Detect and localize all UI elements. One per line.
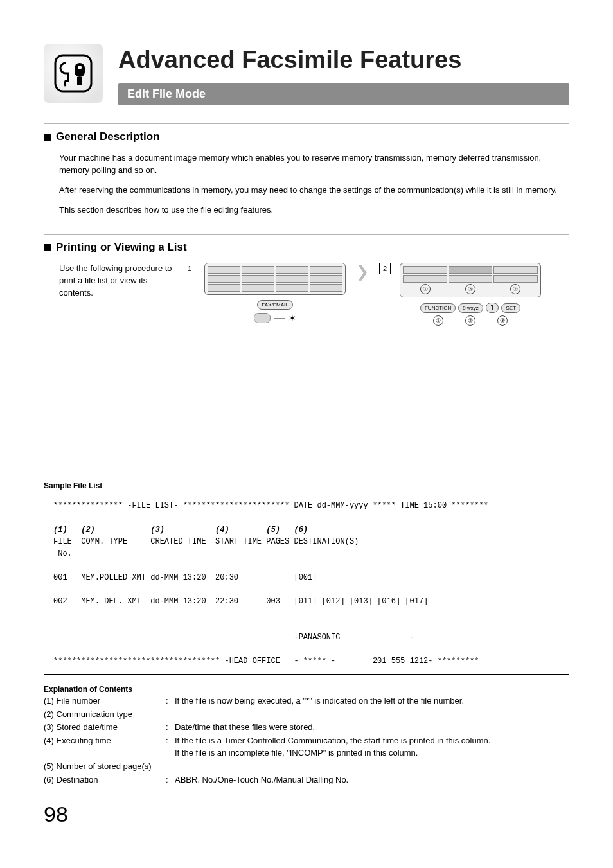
set-tag: SET [501, 303, 520, 313]
section-icon [44, 44, 103, 103]
procedure-row: Use the following procedure to print a f… [59, 263, 569, 326]
function-tag: FUNCTION [420, 303, 456, 313]
sample-row: 002 MEM. DEF. XMT dd-MMM 13:20 22:30 003… [53, 597, 428, 606]
explain-label: (3) Stored date/time [44, 722, 166, 734]
explain-desc [175, 709, 569, 721]
explain-row: (5) Number of stored page(s) [44, 761, 569, 773]
paragraph: Your machine has a document image memory… [59, 152, 569, 177]
step-number-1: 1 [184, 263, 195, 274]
svg-rect-3 [77, 77, 82, 85]
colon: : [166, 774, 175, 786]
colon: : [166, 722, 175, 734]
explain-desc: ABBR. No./One-Touch No./Manual Dialling … [175, 774, 569, 786]
explain-label: (6) Destination [44, 774, 166, 786]
callout-3-icon: ③ [497, 315, 508, 326]
chapter-title: Advanced Facsimile Features [118, 46, 569, 74]
bullet-square-icon [44, 134, 51, 141]
section-title: General Description [56, 130, 160, 143]
sample-row: 001 MEM.POLLED XMT dd-MMM 13:20 20:30 [0… [53, 573, 317, 582]
explain-desc: If the file is now being executed, a "*"… [175, 695, 569, 707]
paragraph: After reserving the communications in me… [59, 184, 569, 197]
key-9-tag: 9 wxyz [458, 303, 483, 313]
callout-1-icon: ① [420, 284, 431, 294]
explain-row: (6) Destination : ABBR. No./One-Touch No… [44, 774, 569, 786]
section-general-description: General Description [44, 123, 569, 143]
sample-line: *************** -FILE LIST- ************… [53, 501, 488, 510]
section-title: Printing or Viewing a List [56, 241, 187, 254]
colon [166, 761, 175, 773]
page-header: Advanced Facsimile Features Edit File Mo… [44, 44, 569, 105]
colon: : [166, 735, 175, 759]
explain-row: (2) Communication type [44, 709, 569, 721]
colon: : [166, 695, 175, 707]
section-printing-list: Printing or Viewing a List [44, 234, 569, 254]
explain-label: (5) Number of stored page(s) [44, 761, 166, 773]
procedure-text: Use the following procedure to print a f… [59, 263, 175, 299]
explain-label: (1) File number [44, 695, 166, 707]
sample-footer-row: ************************************ -HE… [53, 657, 479, 666]
explain-row: (1) File number : If the file is now bei… [44, 695, 569, 707]
key-1-tag: 1 [486, 303, 499, 313]
explanation-heading: Explanation of Contents [44, 685, 569, 694]
sample-file-list-box: *************** -FILE LIST- ************… [44, 493, 569, 674]
sample-row: -PANASONIC - [53, 633, 414, 642]
callout-2-icon: ② [465, 315, 475, 326]
callout-3-icon: ③ [465, 284, 475, 294]
svg-point-2 [78, 66, 82, 69]
svg-rect-0 [55, 55, 91, 91]
explain-label: (4) Executing time [44, 735, 166, 759]
explain-desc: Date/time that these files were stored. [175, 722, 569, 734]
explain-desc [175, 761, 569, 773]
control-panel-diagram-2: ① ③ ② FUNCTION 9 wxyz 1 SET ① ② ③ [400, 263, 541, 326]
explain-label: (2) Communication type [44, 709, 166, 721]
fax-email-button-icon [254, 313, 271, 323]
callout-2-icon: ② [510, 284, 520, 294]
subheader-bar: Edit File Mode [118, 83, 569, 105]
svg-rect-1 [75, 63, 85, 77]
explain-desc: If the file is a Timer Controlled Commun… [175, 735, 569, 759]
page-number: 98 [44, 802, 569, 827]
explain-row: (3) Stored date/time : Date/time that th… [44, 722, 569, 734]
indicator-icon: ✶ [289, 313, 296, 323]
sample-index-row: (1) (2) (3) (4) (5) (6) [53, 526, 308, 535]
bullet-square-icon [44, 244, 51, 251]
callout-1-icon: ① [433, 315, 443, 326]
sample-header-row: FILE COMM. TYPE CREATED TIME START TIME … [53, 537, 359, 558]
colon [166, 709, 175, 721]
fax-email-tag: FAX/EMAIL [257, 300, 292, 310]
link-line-icon: — [274, 312, 285, 324]
explain-row: (4) Executing time : If the file is a Ti… [44, 735, 569, 759]
paragraph: This section describes how to use the fi… [59, 204, 569, 217]
step-number-2: 2 [379, 263, 391, 274]
control-panel-diagram-1: FAX/EMAIL — ✶ [204, 263, 346, 324]
arrow-right-icon: ❯ [355, 263, 370, 281]
sample-file-list-heading: Sample File List [44, 481, 569, 490]
